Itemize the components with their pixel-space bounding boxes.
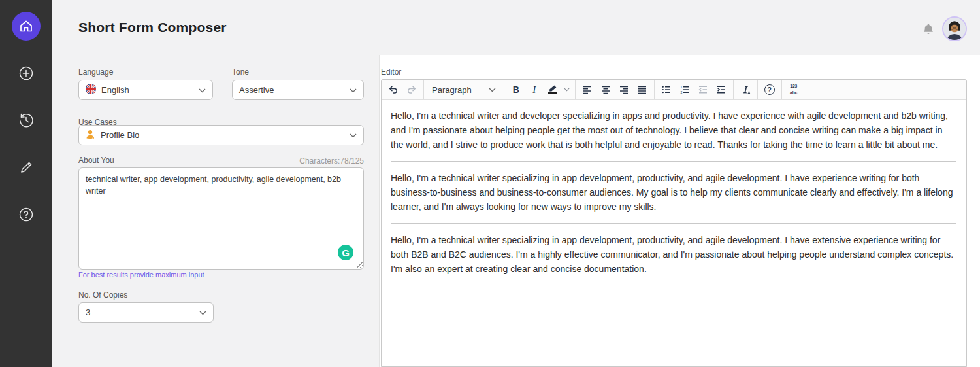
character-counter: Characters:78/125 — [235, 156, 364, 166]
about-you-label: About You — [78, 156, 114, 165]
bullet-list-button[interactable] — [658, 82, 675, 97]
toolbar-group-text-style: B I — [504, 80, 576, 99]
text-color-button[interactable] — [544, 82, 561, 97]
indent-button[interactable] — [713, 82, 730, 97]
language-label: Language — [78, 67, 113, 77]
sidebar-item-new[interactable] — [12, 59, 41, 88]
generated-copy-2: Hello, I'm a technical writer specializi… — [391, 171, 956, 214]
sidebar — [0, 0, 52, 367]
editor-label: Editor — [381, 67, 401, 77]
plus-icon — [18, 65, 34, 81]
generated-copy-3: Hello, I'm a technical writer specializi… — [391, 233, 956, 276]
toolbar-group-align — [576, 80, 655, 99]
chevron-down-icon — [564, 88, 570, 92]
help-button[interactable]: ? — [761, 82, 778, 97]
uk-flag-icon — [86, 84, 96, 96]
numbered-list-button[interactable]: 1 2 — [676, 82, 693, 97]
align-center-button[interactable] — [597, 82, 614, 97]
copies-value: 3 — [86, 307, 194, 317]
language-select[interactable]: English — [78, 80, 213, 100]
bell-icon[interactable] — [921, 22, 936, 37]
rich-text-editor: Paragraph B I — [381, 79, 967, 367]
generated-copy-1: Hello, I'm a technical writer and develo… — [391, 109, 956, 152]
chevron-down-icon — [199, 307, 206, 317]
bold-button[interactable]: B — [508, 82, 525, 97]
word-count-icon: 123 abc — [790, 84, 797, 95]
grammarly-icon[interactable]: G — [338, 245, 353, 260]
toolbar-group-lists: 1 2 — [655, 80, 734, 99]
chevron-down-icon — [199, 85, 206, 95]
align-justify-button[interactable] — [634, 82, 651, 97]
use-cases-value: Profile Bio — [101, 130, 344, 140]
svg-text:2: 2 — [680, 90, 682, 94]
page-title: Short Form Composer — [78, 20, 227, 35]
toolbar-group-format: Paragraph — [424, 80, 504, 99]
sidebar-item-help[interactable] — [12, 200, 41, 229]
word-count-button[interactable]: 123 abc — [785, 82, 802, 97]
resize-handle[interactable] — [356, 262, 363, 268]
sidebar-item-history[interactable] — [12, 106, 41, 135]
tone-select[interactable]: Assertive — [232, 80, 364, 100]
about-you-field-wrap: technical writer, app development, produ… — [78, 167, 364, 270]
person-icon — [86, 130, 95, 141]
svg-text:1: 1 — [680, 85, 682, 89]
use-cases-select[interactable]: Profile Bio — [78, 125, 364, 145]
toolbar-group-history — [382, 80, 424, 99]
sidebar-item-compose[interactable] — [12, 153, 41, 182]
text-color-menu-button[interactable] — [563, 82, 572, 97]
sidebar-item-home[interactable] — [12, 12, 41, 41]
chevron-down-icon — [489, 88, 496, 92]
user-avatar[interactable] — [942, 16, 967, 41]
clear-formatting-button[interactable] — [737, 82, 754, 97]
home-icon — [18, 18, 34, 34]
help-icon: ? — [764, 84, 775, 95]
paragraph-format-value: Paragraph — [432, 85, 472, 95]
text-color-pen-icon — [548, 85, 557, 94]
history-icon — [18, 113, 34, 128]
copies-label: No. Of Copies — [78, 290, 127, 300]
copies-select[interactable]: 3 — [78, 302, 214, 323]
copy-divider — [391, 161, 956, 162]
italic-button[interactable]: I — [526, 82, 543, 97]
about-you-textarea[interactable]: technical writer, app development, produ… — [78, 167, 364, 270]
editor-content[interactable]: Hello, I'm a technical writer and develo… — [382, 100, 966, 276]
pencil-icon — [18, 160, 34, 175]
toolbar-group-clear — [734, 80, 758, 99]
tone-value: Assertive — [239, 85, 344, 95]
undo-button[interactable] — [385, 82, 402, 97]
question-icon — [18, 207, 34, 222]
chevron-down-icon — [350, 85, 357, 95]
toolbar-group-help: ? — [758, 80, 782, 99]
redo-button[interactable] — [403, 82, 420, 97]
tone-label: Tone — [232, 67, 249, 77]
editor-toolbar: Paragraph B I — [382, 80, 966, 100]
helper-text: For best results provide maximum input — [78, 271, 204, 279]
chevron-down-icon — [350, 130, 357, 140]
copy-divider — [391, 223, 956, 224]
outdent-button[interactable] — [694, 82, 711, 97]
toolbar-group-wordcount: 123 abc — [782, 80, 806, 99]
align-right-button[interactable] — [615, 82, 632, 97]
language-value: English — [101, 85, 193, 95]
paragraph-format-select[interactable]: Paragraph — [427, 85, 501, 95]
align-left-button[interactable] — [579, 82, 596, 97]
